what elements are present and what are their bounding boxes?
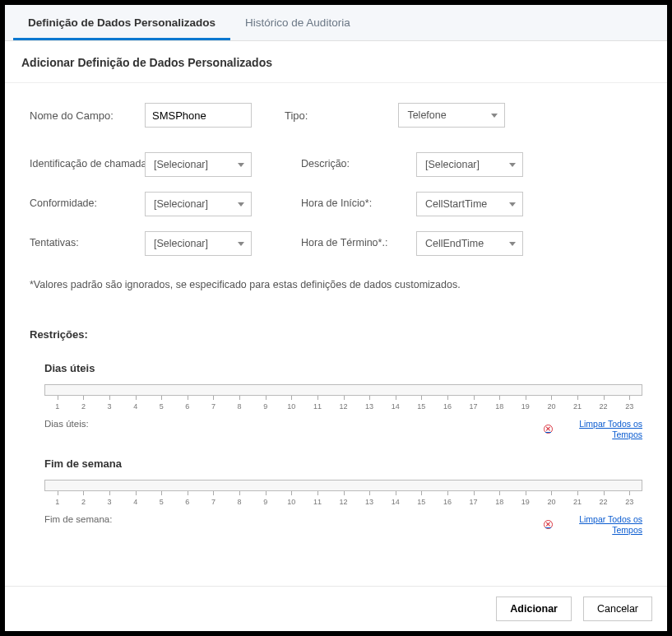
compliance-value: [Selecionar] <box>154 198 208 210</box>
weekend-label: Fim de semana: <box>44 514 112 524</box>
tick-hour: 15 <box>409 493 435 509</box>
tick-hour: 19 <box>512 397 539 414</box>
field-name-input[interactable] <box>145 103 252 128</box>
weekdays-block: Dias úteis 12345678910111213141516171819… <box>44 362 642 439</box>
tick-hour: 22 <box>591 397 617 414</box>
tick-hour: 23 <box>616 493 642 509</box>
tick-hour: 11 <box>304 397 331 414</box>
chevron-down-icon <box>491 114 498 118</box>
weekdays-title: Dias úteis <box>44 362 642 374</box>
label-end-time: Hora de Término*.: <box>301 237 400 250</box>
tick-hour: 21 <box>564 493 591 509</box>
clear-weekend-text: Limpar Todos os Tempos <box>556 514 642 535</box>
tab-custom-data-definition[interactable]: Definição de Dados Personalizados <box>13 5 230 40</box>
tick-hour: 5 <box>148 493 174 509</box>
type-select-value: Telefone <box>407 109 446 121</box>
tick-hour: 14 <box>382 397 409 414</box>
label-type: Tipo: <box>285 109 308 122</box>
description-select[interactable]: [Selecionar] <box>416 152 523 177</box>
tick-hour: 3 <box>96 493 123 509</box>
chevron-down-icon <box>238 242 244 246</box>
add-button[interactable]: Adicionar <box>496 597 572 621</box>
tick-hour: 18 <box>486 397 512 414</box>
restrictions-heading: Restrições: <box>30 328 642 341</box>
type-select[interactable]: Telefone <box>398 103 505 128</box>
tick-hour: 6 <box>174 397 201 414</box>
tick-hour: 7 <box>201 397 227 414</box>
end-time-select[interactable]: CellEndTime <box>416 231 523 256</box>
tick-hour: 23 <box>616 397 642 414</box>
tab-bar: Definição de Dados Personalizados Histór… <box>5 5 667 41</box>
page-title: Adicionar Definição de Dados Personaliza… <box>5 41 667 83</box>
label-description: Descrição: <box>301 158 400 171</box>
weekend-title: Fim de semana <box>44 457 642 470</box>
label-field-name: Nome do Campo: <box>30 109 120 122</box>
cancel-button[interactable]: Cancelar <box>583 597 652 621</box>
weekend-track[interactable] <box>44 480 642 491</box>
attempts-select[interactable]: [Selecionar] <box>145 231 252 256</box>
tick-hour: 8 <box>226 493 253 509</box>
chevron-down-icon <box>238 163 244 167</box>
tick-hour: 4 <box>123 397 149 414</box>
compliance-select[interactable]: [Selecionar] <box>145 192 252 216</box>
tick-hour: 5 <box>148 397 174 414</box>
tick-hour: 10 <box>278 397 304 414</box>
note-text: *Valores padrão são ignorados, se especi… <box>30 279 642 290</box>
weekdays-label: Dias úteis: <box>44 419 89 429</box>
tick-hour: 11 <box>304 493 331 509</box>
tick-hour: 9 <box>253 397 279 414</box>
start-time-select[interactable]: CellStartTime <box>416 192 523 216</box>
label-compliance: Conformidade: <box>30 197 145 211</box>
tick-hour: 9 <box>253 493 279 509</box>
form-area: Nome do Campo: Tipo: Telefone Identifica… <box>5 83 667 558</box>
tick-hour: 4 <box>123 493 149 509</box>
tick-hour: 2 <box>71 493 97 509</box>
tick-hour: 21 <box>564 397 591 414</box>
clear-icon: ✕ <box>544 425 553 434</box>
tick-hour: 20 <box>539 493 565 509</box>
weekend-block: Fim de semana 12345678910111213141516171… <box>44 457 642 535</box>
label-start-time: Hora de Início*: <box>301 197 400 211</box>
chevron-down-icon <box>238 202 244 207</box>
tick-hour: 1 <box>44 493 71 509</box>
start-time-value: CellStartTime <box>425 198 487 210</box>
chevron-down-icon <box>509 242 516 246</box>
tick-hour: 1 <box>44 397 71 414</box>
footer: Adicionar Cancelar <box>5 586 667 631</box>
weekdays-track[interactable] <box>44 384 642 396</box>
chevron-down-icon <box>509 202 516 207</box>
tick-hour: 6 <box>174 493 201 509</box>
tick-hour: 16 <box>434 493 461 509</box>
clear-weekend-link[interactable]: ✕ Limpar Todos os Tempos <box>544 514 642 535</box>
tick-hour: 19 <box>512 493 539 509</box>
tick-hour: 8 <box>226 397 253 414</box>
tick-hour: 13 <box>356 493 382 509</box>
caller-id-value: [Selecionar] <box>154 159 208 170</box>
tick-hour: 20 <box>539 397 565 414</box>
tab-audit-history[interactable]: Histórico de Auditoria <box>230 5 365 40</box>
tick-hour: 15 <box>409 397 435 414</box>
description-value: [Selecionar] <box>425 159 480 170</box>
tick-hour: 22 <box>591 493 617 509</box>
tick-hour: 7 <box>201 493 227 509</box>
tick-hour: 17 <box>461 493 487 509</box>
clear-icon: ✕ <box>544 520 553 529</box>
tick-hour: 12 <box>331 397 357 414</box>
dialog-window: Definição de Dados Personalizados Histór… <box>5 5 667 631</box>
chevron-down-icon <box>509 163 516 167</box>
attempts-value: [Selecionar] <box>154 238 208 249</box>
label-caller-id: Identificação de chamadas: <box>30 158 145 171</box>
tick-hour: 18 <box>486 493 512 509</box>
weekend-ticks: 1234567891011121314151617181920212223 <box>44 493 642 509</box>
weekdays-ticks: 1234567891011121314151617181920212223 <box>44 397 642 414</box>
clear-weekdays-link[interactable]: ✕ Limpar Todos os Tempos <box>544 419 642 439</box>
end-time-value: CellEndTime <box>425 238 484 249</box>
clear-weekdays-text: Limpar Todos os Tempos <box>556 419 642 439</box>
tick-hour: 10 <box>278 493 304 509</box>
tick-hour: 14 <box>382 493 409 509</box>
tick-hour: 2 <box>71 397 97 414</box>
tick-hour: 17 <box>461 397 487 414</box>
tick-hour: 12 <box>331 493 357 509</box>
caller-id-select[interactable]: [Selecionar] <box>145 152 252 177</box>
label-attempts: Tentativas: <box>30 237 145 250</box>
